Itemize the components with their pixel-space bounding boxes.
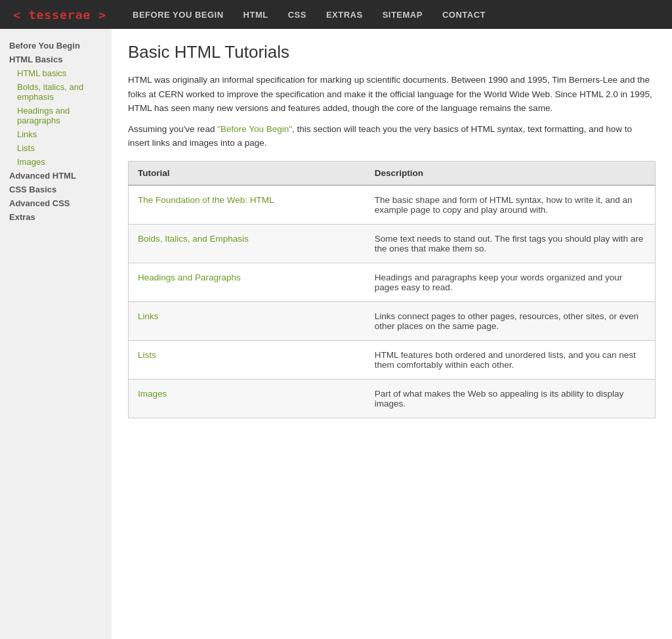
table-cell-description: Links connect pages to other pages, reso… [366,301,656,340]
nav-extras[interactable]: EXTRAS [326,10,363,20]
sidebar-advanced-css[interactable]: Advanced CSS [7,196,112,210]
nav-contact[interactable]: CONTACT [442,10,486,20]
tutorial-link[interactable]: Links [138,311,159,321]
table-cell-tutorial: The Foundation of the Web: HTML [129,185,366,225]
sidebar-headings-item[interactable]: Headings and paragraphs [7,104,112,127]
main-content: Basic HTML Tutorials HTML was originally… [112,29,672,639]
sidebar-bolds-item[interactable]: Bolds, italics, and emphasis [7,80,112,104]
sidebar-links-item[interactable]: Links [7,127,112,141]
sidebar-css-basics[interactable]: CSS Basics [7,183,112,196]
table-row: ListsHTML features both ordered and unor… [129,340,656,379]
intro-paragraph-1: HTML was originally an informal specific… [128,73,656,116]
table-row: ImagesPart of what makes the Web so appe… [129,379,656,418]
tutorial-link[interactable]: Lists [138,350,156,360]
sidebar-images-item[interactable]: Images [7,155,112,169]
table-cell-tutorial: Links [129,301,366,340]
table-body: The Foundation of the Web: HTMLThe basic… [129,185,656,418]
tutorial-link[interactable]: Images [138,389,167,399]
table-row: Bolds, Italics, and EmphasisSome text ne… [129,224,656,263]
table-cell-description: Part of what makes the Web so appealing … [366,379,656,418]
nav-html[interactable]: HTML [243,10,268,20]
sidebar-html-basics-item[interactable]: HTML basics [7,66,112,80]
intro-paragraph-2: Assuming you've read "Before You Begin",… [128,122,656,150]
before-you-begin-link[interactable]: "Before You Begin" [217,124,292,134]
nav-sitemap[interactable]: SITEMAP [383,10,423,20]
table-cell-description: The basic shape and form of HTML syntax,… [366,185,656,225]
sidebar-extras[interactable]: Extras [7,210,112,224]
tutorials-table: Tutorial Description The Foundation of t… [128,161,656,418]
table-col-description: Description [366,161,656,185]
table-cell-description: Some text needs to stand out. The first … [366,224,656,263]
table-row: The Foundation of the Web: HTMLThe basic… [129,185,656,225]
nav-before-you-begin[interactable]: BEFORE YOU BEGIN [133,10,224,20]
table-cell-description: HTML features both ordered and unordered… [366,340,656,379]
nav-css[interactable]: CSS [288,10,306,20]
table-cell-tutorial: Images [129,379,366,418]
page-title: Basic HTML Tutorials [128,42,656,62]
sidebar-lists-item[interactable]: Lists [7,141,112,155]
sidebar-advanced-html[interactable]: Advanced HTML [7,169,112,183]
layout: Before You Begin HTML Basics HTML basics… [0,29,672,639]
tutorial-link[interactable]: The Foundation of the Web: HTML [138,195,274,205]
sidebar-before-you-begin[interactable]: Before You Begin [7,39,112,53]
sidebar: Before You Begin HTML Basics HTML basics… [0,29,112,639]
tutorial-link[interactable]: Headings and Paragraphs [138,273,241,282]
tutorial-link[interactable]: Bolds, Italics, and Emphasis [138,234,249,244]
table-col-tutorial: Tutorial [129,161,366,185]
logo[interactable]: < tesserae > [13,8,106,22]
main-nav: BEFORE YOU BEGIN HTML CSS EXTRAS SITEMAP… [133,10,486,20]
sidebar-html-basics-title[interactable]: HTML Basics [7,53,112,66]
header: < tesserae > BEFORE YOU BEGIN HTML CSS E… [0,0,672,29]
table-cell-tutorial: Headings and Paragraphs [129,263,366,301]
table-row: LinksLinks connect pages to other pages,… [129,301,656,340]
table-cell-tutorial: Lists [129,340,366,379]
table-header-row: Tutorial Description [129,161,656,185]
table-row: Headings and ParagraphsHeadings and para… [129,263,656,301]
table-cell-description: Headings and paragraphs keep your words … [366,263,656,301]
table-cell-tutorial: Bolds, Italics, and Emphasis [129,224,366,263]
intro2-before: Assuming you've read [128,124,217,134]
